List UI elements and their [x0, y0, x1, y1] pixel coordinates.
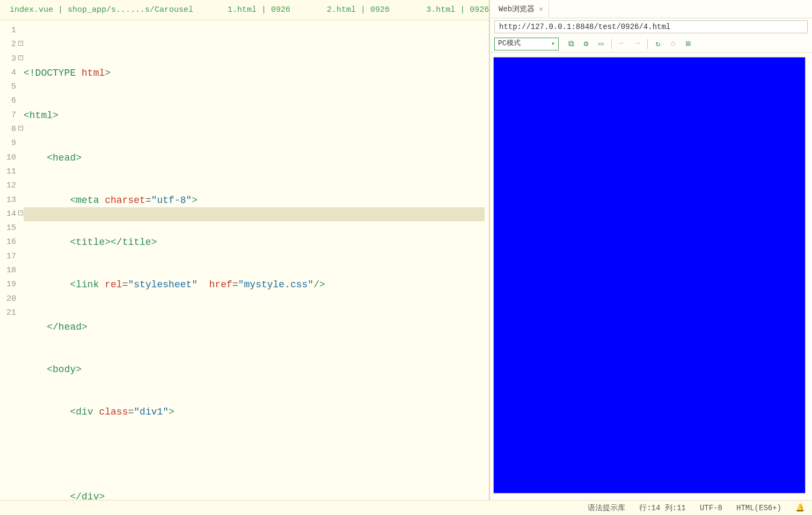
url-input[interactable]: [494, 20, 808, 33]
line-number: 16: [0, 235, 24, 249]
main-area: index.vue | shop_app/s......s/Carousel 1…: [0, 0, 812, 500]
line-number: 18: [0, 264, 24, 278]
forward-icon[interactable]: →: [632, 39, 642, 48]
mode-select[interactable]: PC模式: [494, 38, 559, 50]
qr-icon[interactable]: ⊞: [683, 39, 693, 49]
tab-spacer: [400, 0, 415, 20]
back-icon[interactable]: ←: [617, 39, 627, 48]
line-number: 11: [0, 165, 24, 179]
line-number: 20: [0, 292, 24, 306]
url-bar: [490, 18, 812, 35]
line-number: 13: [0, 193, 24, 207]
lock-icon[interactable]: ⌂: [668, 39, 678, 48]
line-number: 17: [0, 250, 24, 264]
code-area[interactable]: 1 2− 3− 4 5 6 7 8− 9 10 11 12 13 14− 15 …: [0, 20, 489, 500]
devtools-icon[interactable]: ⚙: [581, 39, 591, 49]
status-bar: 语法提示库 行:14 列:11 UTF-8 HTML(ES6+) 🔔: [0, 500, 812, 515]
close-icon[interactable]: ✕: [539, 5, 543, 13]
tab-spacer: [202, 0, 217, 20]
browser-toolbar: PC模式 ⧉ ⚙ ▭ ← → ↻ ⌂ ⊞: [490, 35, 812, 53]
line-number: 6: [0, 94, 24, 108]
line-number: 5: [0, 80, 24, 94]
line-number: 7: [0, 108, 24, 122]
line-number: 3−: [0, 52, 24, 66]
editor-tabs: index.vue | shop_app/s......s/Carousel 1…: [0, 0, 489, 20]
status-cursor-pos: 行:14 列:11: [639, 503, 686, 513]
line-number: 1: [0, 24, 24, 38]
separator: [647, 39, 648, 49]
line-number: 8−: [0, 122, 24, 136]
line-gutter: 1 2− 3− 4 5 6 7 8− 9 10 11 12 13 14− 15 …: [0, 20, 24, 500]
editor-pane: index.vue | shop_app/s......s/Carousel 1…: [0, 0, 489, 500]
line-number: 10: [0, 151, 24, 165]
line-number: 21: [0, 306, 24, 320]
current-line-highlight: [24, 207, 485, 221]
bell-icon[interactable]: 🔔: [795, 503, 804, 512]
line-number: 9: [0, 136, 24, 150]
status-syntax[interactable]: 语法提示库: [588, 503, 625, 513]
line-number: 19: [0, 278, 24, 292]
browser-tabs: Web浏览器 ✕: [490, 0, 812, 18]
tab-index-vue[interactable]: index.vue | shop_app/s......s/Carousel: [0, 0, 202, 20]
line-number: 2−: [0, 38, 24, 52]
line-number: 14−: [0, 207, 24, 221]
tab-1-html[interactable]: 1.html | 0926: [217, 0, 301, 20]
refresh-icon[interactable]: ↻: [653, 39, 663, 49]
code-content[interactable]: <!DOCTYPE html> <html> <head> <meta char…: [24, 20, 489, 500]
fold-icon[interactable]: −: [18, 55, 23, 60]
tab-2-html[interactable]: 2.html | 0926: [316, 0, 400, 20]
tab-3-html[interactable]: 3.html | 0926: [415, 0, 500, 20]
line-number: 12: [0, 179, 24, 193]
status-language[interactable]: HTML(ES6+): [736, 504, 781, 512]
fold-icon[interactable]: −: [18, 211, 23, 215]
status-encoding[interactable]: UTF-8: [700, 504, 722, 512]
select-element-icon[interactable]: ⧉: [566, 39, 576, 49]
browser-tab[interactable]: Web浏览器 ✕: [493, 1, 549, 17]
viewport-icon[interactable]: ▭: [596, 39, 606, 49]
fold-icon[interactable]: −: [18, 126, 23, 130]
separator: [611, 39, 612, 49]
fold-icon[interactable]: −: [18, 41, 23, 46]
line-number: 15: [0, 221, 24, 235]
browser-pane: Web浏览器 ✕ PC模式 ⧉ ⚙ ▭ ← → ↻ ⌂: [489, 0, 812, 500]
toolbar-icons: ⧉ ⚙ ▭ ← → ↻ ⌂ ⊞: [566, 39, 693, 49]
line-number: 4: [0, 66, 24, 80]
browser-viewport[interactable]: [493, 57, 806, 494]
app-root: index.vue | shop_app/s......s/Carousel 1…: [0, 0, 812, 515]
tab-spacer: [301, 0, 316, 20]
browser-tab-title: Web浏览器: [499, 4, 535, 14]
